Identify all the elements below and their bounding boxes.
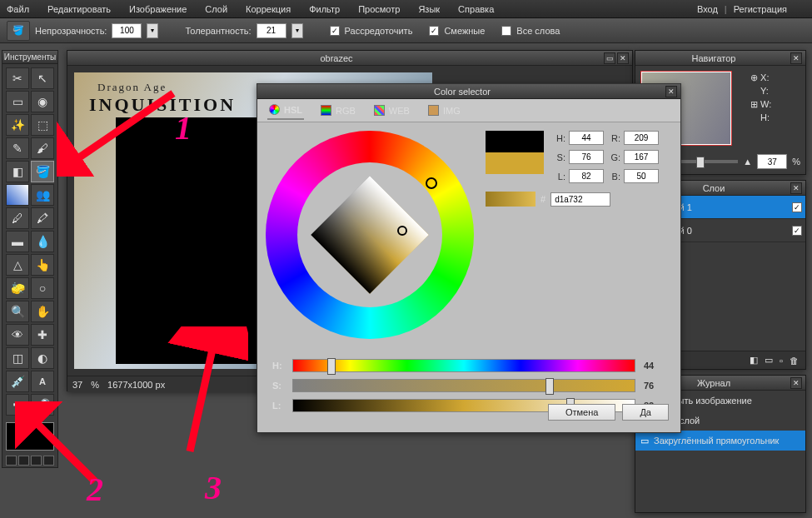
annotation-number-3: 3 — [205, 468, 222, 507]
history-item[interactable]: ▭ Закруглённый прямоугольник — [635, 431, 805, 451]
color-wheel[interactable] — [266, 131, 474, 339]
stamp-tool[interactable]: 🖊 — [6, 207, 29, 229]
marquee-tool[interactable]: ▭ — [6, 91, 29, 112]
login-link[interactable]: Вход — [697, 4, 718, 14]
menu-filter[interactable]: Фильтр — [309, 4, 340, 14]
navigator-title: Навигатор — [639, 53, 789, 63]
tolerance-dropdown[interactable]: ▾ — [291, 23, 303, 38]
g-input[interactable] — [624, 150, 659, 164]
tab-hsl[interactable]: HSL — [267, 101, 304, 120]
replace-tool[interactable]: 🖍 — [31, 207, 54, 229]
opacity-dropdown[interactable]: ▾ — [147, 23, 158, 38]
close-icon[interactable]: ✕ — [665, 86, 677, 97]
tolerance-label: Толерантность: — [185, 26, 251, 36]
navigator-info: ⊕ X: Y: ⊞ W: H: — [747, 66, 805, 129]
tolerance-input[interactable] — [257, 23, 286, 38]
redeye-tool[interactable]: 👁 — [6, 324, 29, 346]
heal-tool[interactable]: ✚ — [31, 324, 54, 346]
select-tool[interactable]: ⬚ — [31, 114, 54, 136]
s-input[interactable] — [569, 150, 604, 164]
lasso-tool[interactable]: ◉ — [31, 91, 54, 112]
sv-indicator[interactable] — [397, 226, 407, 236]
bucket-tool[interactable]: 🪣 — [31, 161, 54, 182]
menu-bar: Файл Редактировать Изображение Слой Корр… — [0, 0, 812, 18]
gradient-tool[interactable] — [6, 184, 29, 206]
cb-alllayers[interactable] — [501, 26, 511, 36]
tools-panel: Инструменты ✂ ↖ ▭ ◉ ✨ ⬚ ✎ 🖌 ◧ 🪣 👥 🖊 🖍 ▬ … — [2, 50, 58, 468]
close-icon[interactable]: ✕ — [790, 377, 802, 389]
options-bar: 🪣 Непрозрачность: ▾ Толерантность: ▾ ✓ Р… — [0, 18, 812, 43]
menu-file[interactable]: Файл — [7, 4, 29, 14]
mini-swatch[interactable] — [43, 456, 54, 466]
mini-swatch[interactable] — [18, 456, 29, 466]
brush-tool[interactable]: 🖌 — [31, 137, 54, 159]
eyedrop-tool[interactable]: 💉 — [6, 371, 29, 392]
tab-web[interactable]: WEB — [372, 102, 411, 119]
h-input[interactable] — [569, 131, 604, 145]
hex-swatch — [486, 192, 536, 207]
r-input[interactable] — [624, 131, 659, 145]
b-input[interactable] — [624, 169, 659, 183]
layer-new-icon[interactable]: ▫ — [780, 356, 783, 366]
cb-contiguous[interactable]: ✓ — [429, 26, 439, 36]
zoom-tool[interactable]: 🔍 — [6, 301, 29, 322]
doc-dimensions: 1677x1000 px — [107, 380, 165, 390]
menu-edit[interactable]: Редактировать — [47, 4, 111, 14]
draw-tool[interactable]: ◫ — [6, 347, 29, 369]
wand-tool[interactable]: ✨ — [6, 114, 29, 136]
clone-tool[interactable]: 👥 — [31, 184, 54, 206]
smudge-tool[interactable]: 👆 — [31, 254, 54, 276]
hand-tool[interactable]: ✋ — [31, 301, 54, 322]
type-tool[interactable]: A — [31, 371, 54, 392]
layer-delete-icon[interactable]: 🗑 — [790, 356, 799, 366]
eraser-tool[interactable]: ◧ — [6, 161, 29, 182]
document-title: obrazec — [71, 53, 602, 63]
minimize-button[interactable]: ▭ — [604, 52, 615, 64]
zoom-in-icon[interactable]: ▲ — [743, 157, 752, 167]
close-icon[interactable]: ✕ — [790, 182, 802, 194]
l-input[interactable] — [569, 169, 604, 183]
tab-rgb[interactable]: RGB — [319, 102, 357, 119]
mini-swatch[interactable] — [6, 456, 17, 466]
sharpen-tool[interactable]: △ — [6, 254, 29, 276]
color-preview-old — [486, 131, 544, 152]
mini-swatch[interactable] — [31, 456, 42, 466]
blur-tool[interactable]: 💧 — [31, 231, 54, 252]
cb-antialias[interactable]: ✓ — [330, 26, 340, 36]
menu-image[interactable]: Изображение — [129, 4, 187, 14]
pen-tool[interactable]: ✒ — [6, 394, 29, 416]
menu-adjust[interactable]: Коррекция — [246, 4, 291, 14]
foreground-color[interactable] — [6, 422, 54, 451]
burn-tool[interactable]: ◐ — [31, 347, 54, 369]
cancel-button[interactable]: Отмена — [548, 404, 615, 421]
layer-settings-icon[interactable]: ◧ — [750, 355, 758, 366]
menu-layer[interactable]: Слой — [205, 4, 227, 14]
crop-tool[interactable]: ✂ — [6, 67, 29, 89]
sponge-tool[interactable]: 🧽 — [6, 277, 29, 299]
menu-lang[interactable]: Язык — [418, 4, 440, 14]
shape-tool[interactable]: ▬ — [6, 231, 29, 252]
sat-slider[interactable] — [292, 379, 635, 392]
hue-slider[interactable] — [292, 359, 635, 372]
layer-visible-checkbox[interactable]: ✓ — [792, 226, 802, 236]
menu-help[interactable]: Справка — [458, 4, 494, 14]
opacity-input[interactable] — [112, 23, 142, 38]
menu-view[interactable]: Просмотр — [358, 4, 400, 14]
game-logo-1: Dragon Age — [97, 81, 167, 94]
dodge-tool[interactable]: ○ — [31, 277, 54, 299]
layer-mask-icon[interactable]: ▭ — [765, 355, 773, 366]
ok-button[interactable]: Да — [622, 404, 669, 421]
close-icon[interactable]: ✕ — [790, 52, 802, 64]
layer-visible-checkbox[interactable]: ✓ — [792, 202, 802, 212]
register-link[interactable]: Регистрация — [734, 4, 787, 14]
color-selector-title: Color selector — [261, 87, 664, 97]
close-button[interactable]: ✕ — [617, 52, 629, 64]
annotation-number-2: 2 — [87, 470, 103, 509]
nav-zoom-input[interactable] — [757, 154, 787, 169]
search-tool[interactable]: 🔎 — [31, 394, 54, 416]
pencil-tool[interactable]: ✎ — [6, 137, 29, 159]
hex-input[interactable] — [550, 192, 610, 207]
move-tool[interactable]: ↖ — [31, 67, 54, 89]
tab-img[interactable]: IMG — [426, 102, 462, 119]
hue-indicator[interactable] — [426, 177, 437, 189]
